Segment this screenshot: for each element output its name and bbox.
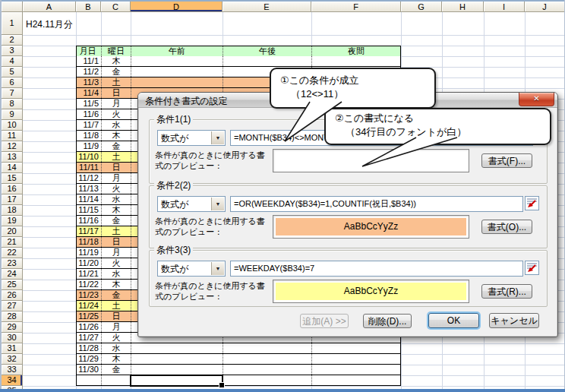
date-cell[interactable]: 11/6: [77, 109, 101, 119]
day-cell[interactable]: 土: [101, 77, 131, 87]
dropdown-arrow-icon[interactable]: ▼: [211, 131, 224, 144]
date-cell[interactable]: 11/21: [77, 269, 101, 279]
dropdown-arrow-icon[interactable]: ▼: [211, 262, 224, 275]
row-header-9[interactable]: 9: [2, 109, 23, 120]
row-header-15[interactable]: 15: [2, 173, 23, 184]
row-header-1[interactable]: 1: [2, 12, 23, 35]
date-cell[interactable]: 11/7: [77, 120, 101, 130]
date-cell[interactable]: 11/26: [77, 322, 101, 332]
day-cell[interactable]: 月: [101, 99, 131, 109]
date-cell[interactable]: 11/18: [77, 237, 101, 247]
morning-cell[interactable]: [131, 77, 223, 87]
day-cell[interactable]: 日: [101, 163, 131, 172]
header-cell-afternoon[interactable]: 午後: [223, 46, 311, 56]
column-header-F[interactable]: F: [311, 2, 401, 12]
day-cell[interactable]: 水: [101, 120, 131, 130]
morning-cell[interactable]: [131, 343, 223, 353]
cell-a1-label[interactable]: H24.11月分: [26, 18, 125, 31]
row-header-8[interactable]: 8: [2, 99, 23, 109]
header-cell-date[interactable]: 月日: [77, 46, 101, 56]
row-header-2[interactable]: 2: [2, 35, 23, 46]
row-header-28[interactable]: 28: [2, 311, 23, 322]
date-cell[interactable]: 11/4: [77, 88, 101, 98]
day-cell[interactable]: 水: [101, 194, 131, 204]
night-cell[interactable]: [311, 56, 400, 66]
day-cell[interactable]: 月: [101, 322, 131, 332]
afternoon-cell[interactable]: [223, 56, 311, 66]
row34-cell-day[interactable]: [101, 375, 131, 385]
date-cell[interactable]: 11/5: [77, 99, 101, 109]
date-cell[interactable]: 11/27: [77, 333, 101, 343]
day-cell[interactable]: 火: [101, 109, 131, 119]
range-picker-button-2[interactable]: [525, 196, 539, 210]
date-cell[interactable]: 11/9: [77, 141, 101, 151]
day-cell[interactable]: 日: [101, 311, 131, 321]
row34-cell-date[interactable]: [77, 375, 101, 385]
row-header-32[interactable]: 32: [2, 354, 23, 365]
day-cell[interactable]: 土: [101, 301, 131, 311]
day-cell[interactable]: 土: [101, 152, 131, 162]
row-header-20[interactable]: 20: [2, 226, 23, 237]
row-header-6[interactable]: 6: [2, 77, 23, 88]
afternoon-cell[interactable]: [223, 365, 311, 375]
row-header-31[interactable]: 31: [2, 343, 23, 354]
column-header-H[interactable]: H: [442, 2, 484, 12]
row34-cell-night[interactable]: [311, 375, 400, 385]
date-cell[interactable]: 11/15: [77, 205, 101, 215]
row-header-24[interactable]: 24: [2, 269, 23, 280]
date-cell[interactable]: 11/28: [77, 343, 101, 353]
day-cell[interactable]: 月: [101, 248, 131, 258]
row-header-22[interactable]: 22: [2, 248, 23, 258]
date-cell[interactable]: 11/22: [77, 280, 101, 289]
row-header-25[interactable]: 25: [2, 280, 23, 290]
row-header-12[interactable]: 12: [2, 141, 23, 152]
row-header-4[interactable]: 4: [2, 56, 23, 67]
row-header-7[interactable]: 7: [2, 88, 23, 99]
date-cell[interactable]: 11/29: [77, 354, 101, 364]
date-cell[interactable]: 11/8: [77, 131, 101, 141]
date-cell[interactable]: 11/17: [77, 226, 101, 236]
column-header-C[interactable]: C: [101, 2, 131, 12]
date-cell[interactable]: 11/24: [77, 301, 101, 311]
day-cell[interactable]: 金: [101, 290, 131, 300]
selected-cell-d34[interactable]: [130, 375, 223, 387]
row-header-16[interactable]: 16: [2, 184, 23, 194]
close-button[interactable]: ✕: [519, 93, 554, 106]
day-cell[interactable]: 金: [101, 216, 131, 226]
date-cell[interactable]: 11/11: [77, 163, 101, 172]
day-cell[interactable]: 土: [101, 226, 131, 236]
morning-cell[interactable]: [131, 56, 223, 66]
day-cell[interactable]: 月: [101, 173, 131, 183]
row-header-30[interactable]: 30: [2, 333, 23, 343]
column-header-A[interactable]: A: [23, 2, 76, 12]
day-cell[interactable]: 木: [101, 280, 131, 289]
fill-handle[interactable]: [219, 382, 225, 388]
date-cell[interactable]: 11/16: [77, 216, 101, 226]
delete-button[interactable]: 削除(D)...: [363, 314, 412, 328]
column-header-I[interactable]: I: [484, 2, 525, 12]
day-cell[interactable]: 日: [101, 88, 131, 98]
day-cell[interactable]: 木: [101, 131, 131, 141]
condition-type-select-2[interactable]: 数式が ▼: [157, 196, 226, 212]
add-button[interactable]: 追加(A) >>: [300, 314, 349, 328]
header-cell-night[interactable]: 夜間: [311, 46, 400, 56]
row-header-14[interactable]: 14: [2, 163, 23, 173]
night-cell[interactable]: [311, 354, 400, 364]
row-header-29[interactable]: 29: [2, 322, 23, 333]
column-header-E[interactable]: E: [223, 2, 311, 12]
format-button-2[interactable]: 書式(O)...: [481, 220, 532, 234]
day-cell[interactable]: 金: [101, 365, 131, 375]
row34-cell-afternoon[interactable]: [223, 375, 311, 385]
day-cell[interactable]: 金: [101, 67, 131, 77]
condition-type-select-1[interactable]: 数式が ▼: [157, 130, 226, 146]
row-header-21[interactable]: 21: [2, 237, 23, 248]
column-header-G[interactable]: G: [401, 2, 442, 12]
date-cell[interactable]: 11/14: [77, 194, 101, 204]
column-header-B[interactable]: B: [76, 2, 101, 12]
row-header-10[interactable]: 10: [2, 120, 23, 131]
night-cell[interactable]: [311, 343, 400, 353]
date-cell[interactable]: 11/20: [77, 258, 101, 268]
row-header-19[interactable]: 19: [2, 216, 23, 226]
date-cell[interactable]: 11/19: [77, 248, 101, 258]
date-cell[interactable]: 11/25: [77, 311, 101, 321]
